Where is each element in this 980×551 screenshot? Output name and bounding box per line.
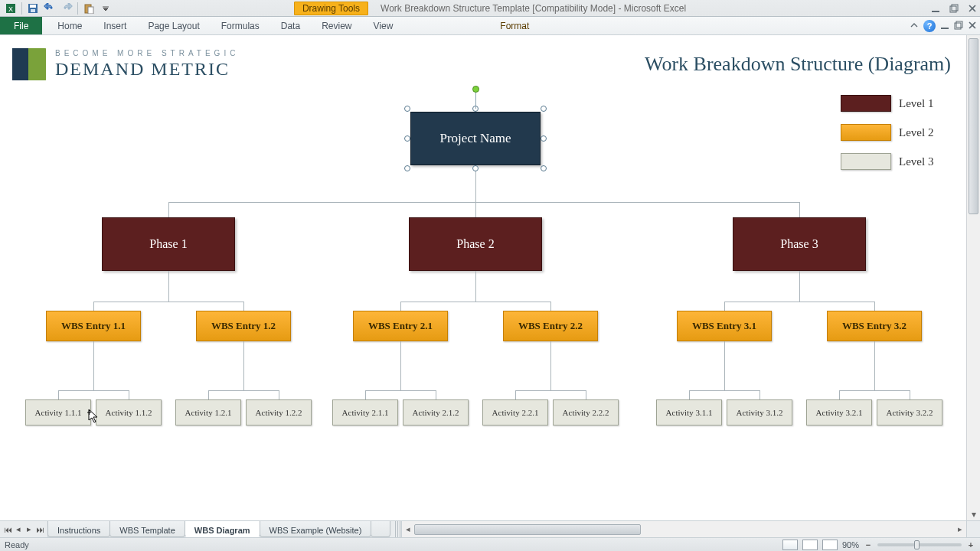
undo-icon[interactable]: [42, 2, 57, 15]
horizontal-scrollbar[interactable]: ◂ ▸: [401, 521, 966, 537]
status-bar: Ready 90% − +: [0, 537, 980, 551]
connector-line: [365, 390, 366, 399]
save-icon[interactable]: [25, 2, 41, 15]
minimize-icon[interactable]: [931, 4, 940, 13]
wbs-phase[interactable]: Phase 3: [733, 217, 866, 271]
worksheet-area[interactable]: Become More Strategic DEMAND METRIC Work…: [0, 35, 966, 520]
scroll-right-icon[interactable]: ▸: [954, 524, 966, 534]
help-icon[interactable]: ?: [923, 20, 936, 32]
connector-line: [515, 390, 516, 399]
workbook-minimize-icon[interactable]: [940, 21, 949, 32]
connector-line: [168, 271, 169, 302]
svg-rect-12: [956, 21, 962, 28]
ribbon-tabs: File HomeInsertPage LayoutFormulasDataRe…: [0, 17, 980, 35]
vertical-scroll-thumb[interactable]: [969, 38, 978, 214]
tab-format[interactable]: Format: [489, 18, 540, 34]
restore-icon[interactable]: [949, 4, 959, 13]
wbs-activity[interactable]: Activity 1.2.2: [246, 399, 312, 425]
paste-icon[interactable]: [81, 2, 96, 15]
wbs-entry[interactable]: WBS Entry 1.2: [196, 311, 291, 341]
connector-line: [874, 302, 875, 311]
wbs-activity[interactable]: Activity 2.2.2: [553, 399, 619, 425]
wbs-phase[interactable]: Phase 2: [409, 217, 542, 271]
tab-nav-first-icon[interactable]: ⏮: [3, 525, 12, 534]
zoom-slider-thumb[interactable]: [914, 540, 920, 549]
sheet-tab-wbs-example-website-[interactable]: WBS Example (Website): [260, 521, 372, 537]
wbs-activity[interactable]: Activity 3.1.1: [656, 399, 722, 425]
redo-icon[interactable]: [59, 2, 74, 15]
tab-nav-prev-icon[interactable]: ◂: [14, 524, 23, 534]
wbs-activity[interactable]: Activity 3.2.2: [877, 399, 942, 425]
tab-insert[interactable]: Insert: [93, 18, 137, 34]
wbs-activity[interactable]: Activity 1.1.1: [25, 399, 91, 425]
excel-icon: X: [3, 2, 18, 15]
connector-line: [724, 341, 725, 390]
svg-rect-4: [31, 9, 35, 12]
tab-file[interactable]: File: [0, 17, 42, 34]
wbs-entry[interactable]: WBS Entry 1.1: [46, 311, 141, 341]
view-page-break-icon[interactable]: [822, 540, 838, 550]
new-sheet-tab[interactable]: [371, 521, 390, 537]
connector-line: [799, 202, 800, 217]
sheet-tab-wbs-template[interactable]: WBS Template: [109, 521, 185, 537]
selection-handles[interactable]: [407, 109, 544, 168]
connector-line: [515, 390, 586, 391]
wbs-activity[interactable]: Activity 3.1.2: [727, 399, 792, 425]
wbs-activity[interactable]: Activity 3.2.1: [806, 399, 872, 425]
tab-page-layout[interactable]: Page Layout: [137, 18, 210, 34]
wbs-activity[interactable]: Activity 2.1.1: [332, 399, 398, 425]
scroll-left-icon[interactable]: ◂: [402, 524, 414, 534]
workbook-restore-icon[interactable]: [954, 21, 963, 32]
tab-review[interactable]: Review: [311, 18, 362, 34]
tab-nav-last-icon[interactable]: ⏭: [35, 525, 44, 534]
tab-splitter[interactable]: [395, 521, 401, 537]
svg-rect-10: [941, 28, 949, 29]
connector-line: [689, 390, 760, 391]
scroll-down-icon[interactable]: ▾: [967, 508, 980, 520]
connector-line: [208, 390, 279, 391]
svg-rect-3: [30, 5, 36, 8]
close-icon[interactable]: [968, 4, 977, 13]
tab-data[interactable]: Data: [270, 18, 311, 34]
wbs-entry[interactable]: WBS Entry 2.2: [503, 311, 598, 341]
connector-line: [839, 390, 840, 399]
wbs-activity[interactable]: Activity 1.2.1: [175, 399, 241, 425]
wbs-phase[interactable]: Phase 1: [102, 217, 235, 271]
document-title: Work Breakdown Structure Template [Compa…: [381, 3, 686, 14]
ribbon-minimize-icon[interactable]: [910, 21, 919, 32]
tab-home[interactable]: Home: [47, 18, 93, 34]
contextual-tab-group: Drawing Tools: [294, 2, 368, 15]
workbook-close-icon[interactable]: [968, 21, 977, 32]
wbs-activity[interactable]: Activity 2.1.2: [403, 399, 469, 425]
connector-line: [550, 341, 551, 390]
rotation-handle-icon[interactable]: [472, 86, 479, 93]
sheet-tab-wbs-diagram[interactable]: WBS Diagram: [185, 521, 260, 537]
qat-customize-icon[interactable]: [98, 2, 113, 15]
connector-line: [365, 390, 436, 391]
sheet-tab-instructions[interactable]: Instructions: [47, 521, 110, 537]
tab-formulas[interactable]: Formulas: [211, 18, 270, 34]
horizontal-scroll-thumb[interactable]: [414, 524, 641, 535]
zoom-slider[interactable]: [877, 543, 962, 546]
connector-line: [586, 390, 586, 399]
view-normal-icon[interactable]: [782, 540, 798, 550]
tab-view[interactable]: View: [363, 18, 404, 34]
wbs-entry[interactable]: WBS Entry 3.1: [677, 311, 772, 341]
wbs-activity[interactable]: Activity 2.2.1: [482, 399, 548, 425]
wbs-entry[interactable]: WBS Entry 3.2: [827, 311, 922, 341]
zoom-level[interactable]: 90%: [842, 540, 859, 549]
tab-nav-next-icon[interactable]: ▸: [24, 524, 34, 534]
diagram-canvas[interactable]: Project NamePhase 1WBS Entry 1.1Activity…: [0, 89, 966, 520]
connector-line: [475, 202, 476, 217]
zoom-in-icon[interactable]: +: [966, 540, 975, 549]
view-page-layout-icon[interactable]: [802, 540, 818, 550]
vertical-scrollbar[interactable]: ▴ ▾: [966, 35, 980, 520]
connector-line: [58, 390, 129, 391]
zoom-out-icon[interactable]: −: [864, 540, 873, 549]
brand-name: DEMAND METRIC: [55, 59, 239, 80]
connector-line: [724, 302, 874, 302]
page-title: Work Breakdown Structure (Diagram): [645, 53, 951, 76]
wbs-entry[interactable]: WBS Entry 2.1: [353, 311, 448, 341]
wbs-activity[interactable]: Activity 1.1.2: [96, 399, 162, 425]
connector-line: [243, 302, 244, 311]
